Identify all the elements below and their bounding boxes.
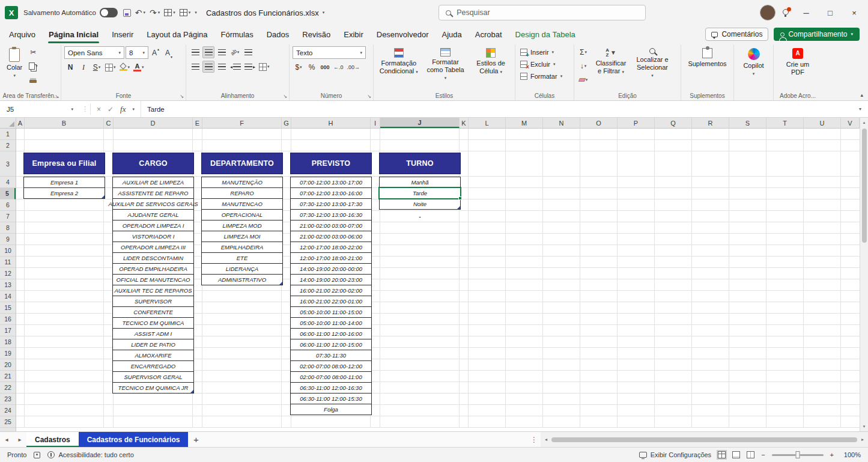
cell-previsto-row15[interactable]: 16:00-21:00 22:00-01:00	[290, 296, 372, 307]
column-header-Q[interactable]: Q	[655, 118, 692, 128]
cell-departamento-row7[interactable]: OPERACIONAL	[201, 209, 283, 220]
table-header-departamento[interactable]: DEPARTAMENTO	[201, 153, 283, 174]
row-header-18[interactable]: 18	[0, 336, 16, 348]
font-name-select[interactable]: Open Sans▾	[64, 46, 124, 59]
paste-button[interactable]: Colar ▾	[4, 46, 25, 86]
wrap-text-button[interactable]	[242, 46, 254, 58]
row-header-3[interactable]: 3	[0, 151, 16, 177]
row-header-11[interactable]: 11	[0, 257, 16, 268]
row-header-4[interactable]: 4	[0, 177, 16, 188]
increase-font-button[interactable]: A▴	[150, 47, 162, 59]
cell-cargo-row23[interactable]: TECNICO EM QUIMICA JR	[112, 382, 194, 394]
cell-cargo-row15[interactable]: SUPERVISOR	[112, 296, 194, 307]
row-header-25[interactable]: 25	[0, 416, 16, 428]
vertical-scroll-thumb[interactable]	[862, 129, 867, 243]
column-header-B[interactable]: B	[25, 118, 104, 128]
row-header-13[interactable]: 13	[0, 279, 16, 291]
cancel-entry-button[interactable]: ×	[97, 105, 101, 114]
row-header-6[interactable]: 6	[0, 199, 16, 211]
scroll-down-button[interactable]: ▾	[860, 422, 868, 431]
column-header-F[interactable]: F	[202, 118, 282, 128]
zoom-slider-thumb[interactable]	[795, 451, 800, 458]
qat-grid-button-1[interactable]: ▾	[164, 9, 175, 16]
orientation-button[interactable]: ab▾	[229, 46, 241, 58]
cell-cargo-row7[interactable]: AJUDANTE GERAL	[112, 209, 194, 220]
cell-styles-button[interactable]: Estilos de Célula ▾	[470, 46, 512, 83]
column-header-R[interactable]: R	[692, 118, 729, 128]
row-header-16[interactable]: 16	[0, 314, 16, 325]
cell-departamento-row9[interactable]: LIMPEZA MOI	[201, 231, 283, 242]
font-dialog-launcher[interactable]: ↘	[180, 94, 184, 99]
undo-button[interactable]: ↶▾	[135, 8, 145, 17]
clipboard-dialog-launcher[interactable]: ↘	[55, 94, 59, 99]
table-header-previsto[interactable]: PREVISTO	[290, 153, 372, 174]
page-layout-view-button[interactable]	[732, 451, 740, 458]
name-box[interactable]: J5 ▾	[0, 101, 80, 117]
confirm-entry-button[interactable]: ✓	[108, 105, 114, 114]
zoom-level[interactable]: 100%	[840, 451, 861, 458]
select-all-button[interactable]	[0, 118, 16, 128]
cell-departamento-row11[interactable]: ETE	[201, 252, 283, 264]
ribbon-tab-revis-o[interactable]: Revisão	[296, 27, 337, 42]
document-title[interactable]: Cadastros dos Funcionários.xlsx ▾	[206, 8, 324, 17]
cell-previsto-row23[interactable]: 06:30-11:00 12:00-16:30	[290, 382, 372, 394]
cell-turno-row4[interactable]: Manhã	[379, 177, 461, 188]
row-header-21[interactable]: 21	[0, 371, 16, 382]
number-format-select[interactable]: Texto▾	[293, 46, 366, 59]
conditional-formatting-button[interactable]: Formatação Condicional ▾	[377, 46, 421, 83]
row-header-24[interactable]: 24	[0, 405, 16, 416]
cell-previsto-row10[interactable]: 12:00-17:00 18:00-22:00	[290, 242, 372, 253]
row-header-1[interactable]: 1	[0, 129, 16, 140]
row-header-22[interactable]: 22	[0, 382, 16, 394]
row-header-10[interactable]: 10	[0, 245, 16, 257]
cell-cargo-row9[interactable]: VISTORIADOR I	[112, 231, 194, 242]
share-button[interactable]: Compartilhamento ▾	[774, 28, 860, 41]
insert-cells-button[interactable]: Inserir▾	[518, 46, 571, 58]
cell-previsto-row16[interactable]: 05:00-10:00 11:00-15:00	[290, 306, 372, 318]
autosum-button[interactable]: Σ▾	[577, 46, 589, 58]
save-button[interactable]	[123, 9, 131, 17]
cell-turno-row5[interactable]: Tarde	[379, 187, 461, 199]
addins-button[interactable]: Suplementos	[685, 46, 729, 70]
cell-previsto-row18[interactable]: 06:00-11:00 12:00-16:00	[290, 328, 372, 339]
zoom-slider[interactable]	[772, 454, 824, 456]
maximize-button[interactable]: □	[821, 4, 839, 22]
column-header-I[interactable]: I	[371, 118, 380, 128]
cell-cargo-row19[interactable]: LIDER DE PATIO	[112, 339, 194, 350]
cell-cargo-row21[interactable]: ENCARREGADO	[112, 360, 194, 372]
formula-bar-grip[interactable]: ⋮	[80, 101, 90, 117]
bold-button[interactable]: N	[64, 61, 76, 73]
cell-previsto-row5[interactable]: 07:00-12:00 13:00-16:00	[290, 187, 372, 199]
cell-cargo-row5[interactable]: ASSISTENTE DE REPARO	[112, 187, 194, 199]
cell-departamento-row5[interactable]: REPARO	[201, 187, 283, 199]
cell-empresa-row4[interactable]: Empresa 1	[23, 177, 105, 188]
align-bottom-button[interactable]	[216, 46, 228, 58]
row-header-19[interactable]: 19	[0, 348, 16, 359]
qat-grid-button-2[interactable]: ▾	[180, 9, 191, 16]
cell-departamento-row4[interactable]: MANUTENÇÃO	[201, 177, 283, 188]
cell-previsto-row8[interactable]: 21:00-02:00 03:00-07:00	[290, 220, 372, 231]
scroll-right-button[interactable]: ▸	[858, 437, 867, 442]
comments-button[interactable]: Comentários	[705, 28, 768, 41]
sort-filter-button[interactable]: AZ▼ Classificar e Filtrar ▾	[592, 46, 630, 86]
zoom-out-button[interactable]: −	[761, 451, 765, 458]
cell-cargo-row8[interactable]: OPERADOR LIMPEZA I	[112, 220, 194, 231]
scroll-left-button[interactable]: ◂	[542, 437, 550, 442]
fill-color-button[interactable]: ▾	[118, 61, 132, 73]
column-header-P[interactable]: P	[618, 118, 655, 128]
copy-button[interactable]: ▾	[27, 60, 39, 72]
column-header-S[interactable]: S	[729, 118, 766, 128]
vertical-scrollbar[interactable]: ▴ ▾	[860, 118, 868, 431]
ribbon-tab-ajuda[interactable]: Ajuda	[435, 27, 468, 42]
row-header-5[interactable]: 5	[0, 188, 16, 199]
row-header-9[interactable]: 9	[0, 234, 16, 245]
align-center-button[interactable]	[202, 61, 214, 73]
row-header-14[interactable]: 14	[0, 291, 16, 302]
merge-center-button[interactable]: ▾	[258, 61, 271, 73]
column-header-D[interactable]: D	[114, 118, 193, 128]
find-select-button[interactable]: Localizar e Selecionar ▾	[633, 46, 672, 86]
clear-button[interactable]: ▾	[577, 74, 589, 86]
ribbon-tab-arquivo[interactable]: Arquivo	[2, 27, 42, 42]
increase-decimal-button[interactable]: ←.0	[332, 61, 345, 73]
align-right-button[interactable]	[216, 61, 228, 73]
